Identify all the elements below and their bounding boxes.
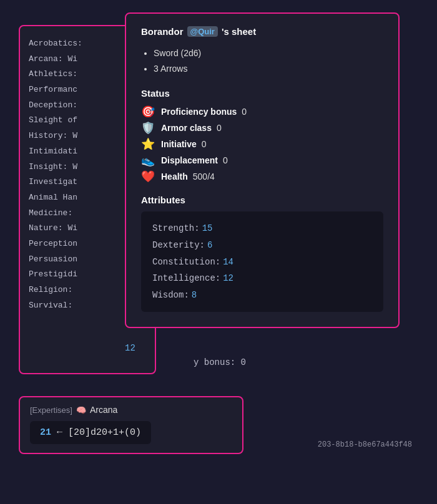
expertise-tag: [Expertises]: [30, 405, 72, 415]
armor-label: Armor class: [161, 123, 212, 133]
dexterity-label: Dexterity:: [152, 237, 205, 254]
proficiency-icon: 🎯: [141, 105, 156, 119]
wisdom-value: 8: [192, 287, 197, 304]
character-name: Borandor: [141, 26, 184, 37]
expertise-bar: [Expertises] 🧠 Arcana 21 ← [20]d20+1+(0): [19, 396, 243, 454]
sheet-label: 's sheet: [222, 26, 256, 37]
armor-icon: 🛡️: [141, 121, 156, 135]
dice-formula: ← [20]d20+1+(0): [57, 427, 141, 438]
initiative-label: Initiative: [161, 139, 197, 149]
status-list: 🎯 Proficiency bonus 0 🛡️ Armor class 0 ⭐…: [141, 105, 383, 183]
wisdom-label: Wisdom:: [152, 287, 189, 304]
attributes-title: Attributes: [141, 195, 383, 205]
equipment-item-arrows: 3 Arrows: [154, 61, 383, 77]
status-health: ❤️ Health 500/4: [141, 170, 383, 183]
status-title: Status: [141, 88, 383, 99]
strength-value: 15: [202, 220, 213, 237]
constitution-value: 14: [223, 254, 233, 271]
proficiency-value: 0: [242, 107, 247, 117]
attr-wisdom: Wisdom: 8: [152, 287, 372, 304]
displacement-value: 0: [223, 155, 228, 165]
constitution-label: Constitution:: [152, 254, 220, 271]
health-value: 500/4: [193, 172, 215, 182]
intelligence-value: 12: [223, 270, 233, 287]
attributes-box: Strength: 15 Dexterity: 6 Constitution: …: [141, 211, 383, 312]
dexterity-value: 6: [207, 237, 212, 254]
attr-constitution: Constitution: 14: [152, 254, 372, 271]
roll-uuid: 203-8b18-b8e67a443f48: [318, 440, 412, 449]
displacement-label: Displacement: [161, 155, 218, 165]
dice-result: 21: [40, 427, 51, 438]
status-initiative: ⭐ Initiative 0: [141, 137, 383, 151]
equipment-item-sword: Sword (2d6): [154, 46, 383, 61]
partial-value-1: 12: [125, 343, 135, 353]
attr-strength: Strength: 15: [152, 220, 372, 237]
expertise-header: [Expertises] 🧠 Arcana: [30, 405, 232, 415]
health-icon: ❤️: [141, 170, 156, 183]
sheet-header: Borandor @Quir 's sheet: [141, 26, 383, 37]
intelligence-label: Intelligence:: [152, 270, 220, 287]
status-proficiency: 🎯 Proficiency bonus 0: [141, 105, 383, 119]
proficiency-label: Proficiency bonus: [161, 107, 237, 117]
mention-tag[interactable]: @Quir: [187, 26, 218, 37]
displacement-icon: 👟: [141, 153, 156, 167]
equipment-list: Sword (2d6) 3 Arrows: [154, 46, 383, 77]
health-label: Health: [161, 172, 188, 182]
strength-label: Strength:: [152, 220, 200, 237]
brain-icon: 🧠: [76, 405, 86, 415]
armor-value: 0: [217, 123, 222, 133]
status-armor: 🛡️ Armor class 0: [141, 121, 383, 135]
status-displacement: 👟 Displacement 0: [141, 153, 383, 167]
initiative-value: 0: [202, 139, 207, 149]
expertise-skill: Arcana: [90, 405, 117, 415]
attr-intelligence: Intelligence: 12: [152, 270, 372, 287]
sheet-card: Borandor @Quir 's sheet Sword (2d6) 3 Ar…: [125, 12, 400, 328]
dice-roll: 21 ← [20]d20+1+(0): [30, 421, 151, 444]
attr-dexterity: Dexterity: 6: [152, 237, 372, 254]
partial-value-2: y bonus: 0: [194, 357, 246, 367]
initiative-icon: ⭐: [141, 137, 156, 151]
